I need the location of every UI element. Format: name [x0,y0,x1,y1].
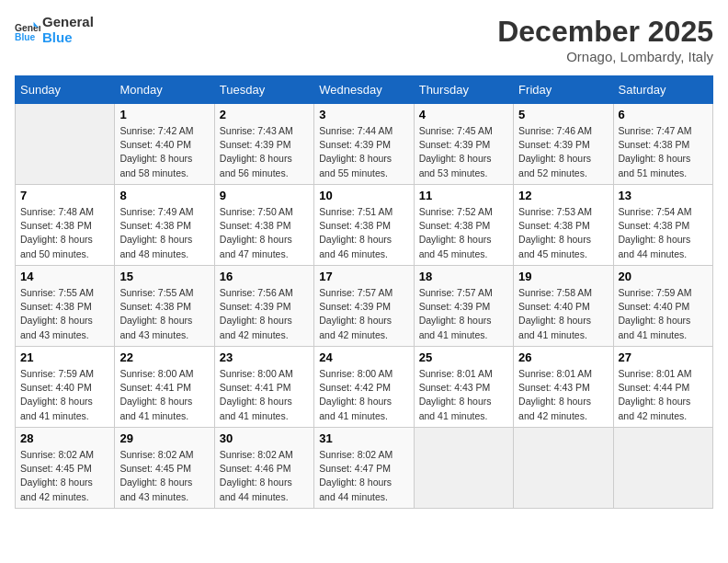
logo-blue: Blue [42,30,94,46]
day-info: Sunrise: 7:51 AMSunset: 4:38 PMDaylight:… [319,205,408,261]
day-number: 22 [119,350,209,364]
calendar-cell: 19Sunrise: 7:58 AMSunset: 4:40 PMDayligh… [514,266,613,347]
day-info: Sunrise: 7:55 AMSunset: 4:38 PMDaylight:… [119,286,209,342]
day-number: 9 [220,189,309,202]
calendar-cell: 26Sunrise: 8:01 AMSunset: 4:43 PMDayligh… [514,347,613,428]
day-number: 10 [319,189,408,202]
day-number: 25 [419,350,508,364]
day-number: 26 [518,350,608,364]
day-number: 21 [20,350,109,364]
day-info: Sunrise: 7:46 AMSunset: 4:39 PMDaylight:… [518,124,608,180]
calendar-cell: 10Sunrise: 7:51 AMSunset: 4:38 PMDayligh… [314,185,414,266]
page-header: General Blue General Blue December 2025 … [15,15,713,64]
calendar-cell: 7Sunrise: 7:48 AMSunset: 4:38 PMDaylight… [16,185,115,266]
logo-icon: General Blue [15,17,40,43]
weekday-header-friday: Friday [514,76,613,104]
day-number: 23 [220,350,309,364]
day-info: Sunrise: 8:00 AMSunset: 4:41 PMDaylight:… [119,367,209,423]
calendar-cell: 27Sunrise: 8:01 AMSunset: 4:44 PMDayligh… [613,347,712,428]
calendar-cell: 24Sunrise: 8:00 AMSunset: 4:42 PMDayligh… [314,347,414,428]
day-number: 13 [619,189,708,202]
calendar-cell: 8Sunrise: 7:49 AMSunset: 4:38 PMDaylight… [115,185,214,266]
day-info: Sunrise: 8:02 AMSunset: 4:47 PMDaylight:… [319,448,408,504]
day-number: 30 [220,431,309,445]
calendar-cell: 14Sunrise: 7:55 AMSunset: 4:38 PMDayligh… [16,266,115,347]
day-number: 14 [20,270,109,283]
calendar-cell: 5Sunrise: 7:46 AMSunset: 4:39 PMDaylight… [514,104,613,185]
calendar-cell: 15Sunrise: 7:55 AMSunset: 4:38 PMDayligh… [115,266,214,347]
calendar-table: SundayMondayTuesdayWednesdayThursdayFrid… [15,75,713,509]
calendar-week-row: 7Sunrise: 7:48 AMSunset: 4:38 PMDaylight… [16,185,713,266]
day-number: 1 [119,108,209,121]
location: Ornago, Lombardy, Italy [497,49,713,64]
calendar-cell: 18Sunrise: 7:57 AMSunset: 4:39 PMDayligh… [414,266,513,347]
day-info: Sunrise: 8:02 AMSunset: 4:45 PMDaylight:… [20,448,109,504]
day-number: 5 [518,108,608,121]
month-title: December 2025 [497,15,713,49]
day-number: 7 [20,189,109,202]
day-info: Sunrise: 7:44 AMSunset: 4:39 PMDaylight:… [319,124,408,180]
day-info: Sunrise: 7:56 AMSunset: 4:39 PMDaylight:… [220,286,309,342]
calendar-cell: 6Sunrise: 7:47 AMSunset: 4:38 PMDaylight… [613,104,712,185]
day-number: 29 [119,431,209,445]
day-number: 2 [220,108,309,121]
day-info: Sunrise: 7:50 AMSunset: 4:38 PMDaylight:… [220,205,309,261]
weekday-header-wednesday: Wednesday [314,76,414,104]
weekday-header-monday: Monday [115,76,214,104]
calendar-cell: 2Sunrise: 7:43 AMSunset: 4:39 PMDaylight… [214,104,313,185]
day-info: Sunrise: 8:02 AMSunset: 4:45 PMDaylight:… [119,448,209,504]
day-number: 4 [419,108,508,121]
day-number: 16 [220,270,309,283]
day-number: 11 [419,189,508,202]
calendar-week-row: 28Sunrise: 8:02 AMSunset: 4:45 PMDayligh… [16,428,713,509]
day-info: Sunrise: 8:00 AMSunset: 4:41 PMDaylight:… [220,367,309,423]
calendar-cell: 25Sunrise: 8:01 AMSunset: 4:43 PMDayligh… [414,347,513,428]
day-info: Sunrise: 8:00 AMSunset: 4:42 PMDaylight:… [319,367,408,423]
day-number: 6 [619,108,708,121]
calendar-cell: 16Sunrise: 7:56 AMSunset: 4:39 PMDayligh… [214,266,313,347]
calendar-cell: 23Sunrise: 8:00 AMSunset: 4:41 PMDayligh… [214,347,313,428]
calendar-week-row: 14Sunrise: 7:55 AMSunset: 4:38 PMDayligh… [16,266,713,347]
day-info: Sunrise: 7:59 AMSunset: 4:40 PMDaylight:… [20,367,109,423]
calendar-week-row: 21Sunrise: 7:59 AMSunset: 4:40 PMDayligh… [16,347,713,428]
calendar-cell: 21Sunrise: 7:59 AMSunset: 4:40 PMDayligh… [16,347,115,428]
logo: General Blue General Blue [15,15,94,45]
day-number: 8 [119,189,209,202]
calendar-cell [613,428,712,509]
day-info: Sunrise: 7:42 AMSunset: 4:40 PMDaylight:… [119,124,209,180]
svg-text:Blue: Blue [15,32,36,42]
calendar-cell: 3Sunrise: 7:44 AMSunset: 4:39 PMDaylight… [314,104,414,185]
calendar-cell: 13Sunrise: 7:54 AMSunset: 4:38 PMDayligh… [613,185,712,266]
day-info: Sunrise: 7:54 AMSunset: 4:38 PMDaylight:… [619,205,708,261]
day-number: 20 [619,270,708,283]
day-info: Sunrise: 7:53 AMSunset: 4:38 PMDaylight:… [518,205,608,261]
calendar-week-row: 1Sunrise: 7:42 AMSunset: 4:40 PMDaylight… [16,104,713,185]
calendar-cell: 31Sunrise: 8:02 AMSunset: 4:47 PMDayligh… [314,428,414,509]
day-info: Sunrise: 7:59 AMSunset: 4:40 PMDaylight:… [619,286,708,342]
calendar-cell: 17Sunrise: 7:57 AMSunset: 4:39 PMDayligh… [314,266,414,347]
day-info: Sunrise: 8:01 AMSunset: 4:43 PMDaylight:… [518,367,608,423]
calendar-cell [514,428,613,509]
day-info: Sunrise: 7:45 AMSunset: 4:39 PMDaylight:… [419,124,508,180]
calendar-cell: 30Sunrise: 8:02 AMSunset: 4:46 PMDayligh… [214,428,313,509]
day-info: Sunrise: 7:47 AMSunset: 4:38 PMDaylight:… [619,124,708,180]
day-number: 27 [619,350,708,364]
calendar-cell: 20Sunrise: 7:59 AMSunset: 4:40 PMDayligh… [613,266,712,347]
logo-general: General [42,15,94,30]
calendar-cell: 29Sunrise: 8:02 AMSunset: 4:45 PMDayligh… [115,428,214,509]
weekday-header-row: SundayMondayTuesdayWednesdayThursdayFrid… [16,76,713,104]
calendar-cell [414,428,513,509]
day-info: Sunrise: 7:55 AMSunset: 4:38 PMDaylight:… [20,286,109,342]
day-number: 24 [319,350,408,364]
day-info: Sunrise: 8:02 AMSunset: 4:46 PMDaylight:… [220,448,309,504]
calendar-cell [16,104,115,185]
calendar-cell: 12Sunrise: 7:53 AMSunset: 4:38 PMDayligh… [514,185,613,266]
calendar-cell: 1Sunrise: 7:42 AMSunset: 4:40 PMDaylight… [115,104,214,185]
calendar-cell: 22Sunrise: 8:00 AMSunset: 4:41 PMDayligh… [115,347,214,428]
day-info: Sunrise: 7:57 AMSunset: 4:39 PMDaylight:… [319,286,408,342]
day-number: 18 [419,270,508,283]
day-info: Sunrise: 7:49 AMSunset: 4:38 PMDaylight:… [119,205,209,261]
day-info: Sunrise: 8:01 AMSunset: 4:43 PMDaylight:… [419,367,508,423]
day-info: Sunrise: 7:43 AMSunset: 4:39 PMDaylight:… [220,124,309,180]
day-info: Sunrise: 7:48 AMSunset: 4:38 PMDaylight:… [20,205,109,261]
